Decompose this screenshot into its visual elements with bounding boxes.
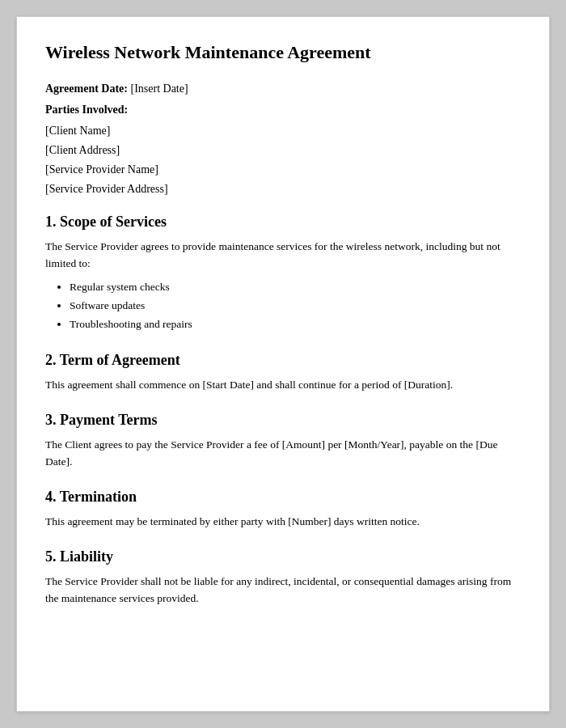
provider-name-line: [Service Provider Name] (45, 163, 521, 176)
client-address-line: [Client Address] (45, 144, 521, 157)
section-5-heading: 5. Liability (45, 548, 521, 565)
list-item: Troubleshooting and repairs (70, 315, 521, 334)
agreement-date-label: Agreement Date: (45, 83, 128, 95)
section-3-body: The Client agrees to pay the Service Pro… (45, 437, 521, 471)
document-container: Wireless Network Maintenance Agreement A… (16, 16, 550, 712)
section-5: 5. LiabilityThe Service Provider shall n… (45, 548, 521, 607)
provider-address-line: [Service Provider Address] (45, 183, 521, 196)
parties-label: Parties Involved: (45, 104, 128, 116)
parties-section: [Client Name] [Client Address] [Service … (45, 125, 521, 196)
document-title: Wireless Network Maintenance Agreement (45, 41, 521, 65)
section-2: 2. Term of AgreementThis agreement shall… (45, 352, 521, 394)
agreement-date-line: Agreement Date: [Insert Date] (45, 83, 521, 95)
client-name-line: [Client Name] (45, 125, 521, 138)
agreement-date-value: [Insert Date] (130, 83, 188, 95)
list-item: Regular system checks (70, 278, 521, 297)
section-1-heading: 1. Scope of Services (45, 214, 521, 231)
section-4: 4. TerminationThis agreement may be term… (45, 489, 521, 531)
list-item: Software updates (70, 297, 521, 315)
section-4-heading: 4. Termination (45, 489, 521, 506)
section-3-heading: 3. Payment Terms (45, 412, 521, 429)
section-2-heading: 2. Term of Agreement (45, 352, 521, 369)
section-3: 3. Payment TermsThe Client agrees to pay… (45, 412, 521, 471)
section-1-body: The Service Provider agrees to provide m… (45, 239, 521, 273)
section-4-body: This agreement may be terminated by eith… (45, 514, 521, 531)
sections-container: 1. Scope of ServicesThe Service Provider… (45, 214, 521, 607)
section-1-list: Regular system checksSoftware updatesTro… (70, 278, 521, 334)
section-1: 1. Scope of ServicesThe Service Provider… (45, 214, 521, 335)
section-5-body: The Service Provider shall not be liable… (45, 574, 521, 607)
section-2-body: This agreement shall commence on [Start … (45, 377, 521, 394)
parties-label-line: Parties Involved: (45, 104, 521, 116)
